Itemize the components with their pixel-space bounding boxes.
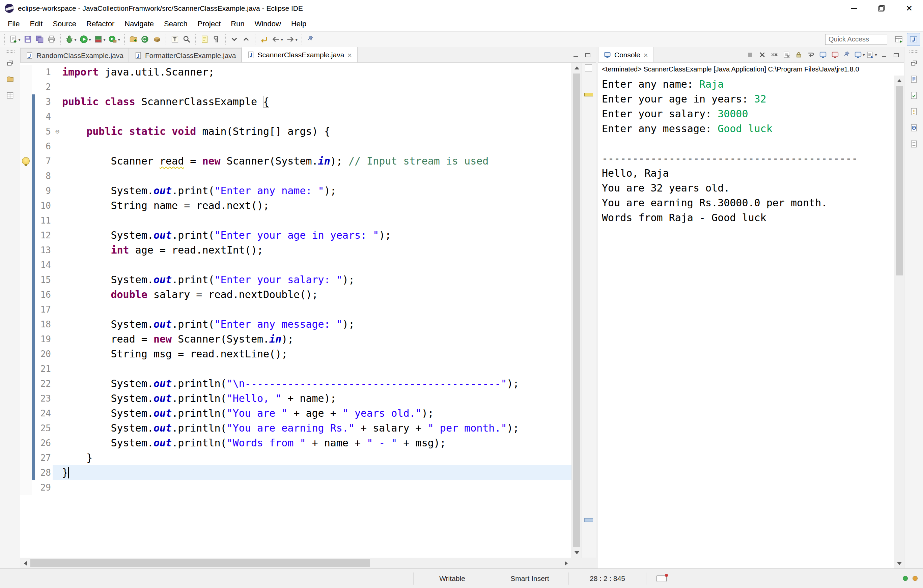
code-text[interactable]: String name = read.next(); [62, 198, 572, 213]
scrollbar-track[interactable] [30, 558, 561, 568]
scroll-left-button[interactable] [20, 558, 30, 568]
code-line-25[interactable]: 25 System.out.println("You are earning R… [20, 421, 572, 436]
code-text[interactable] [62, 302, 572, 317]
save-all-button[interactable] [34, 33, 46, 46]
type-hierarchy-view-button[interactable] [3, 89, 17, 102]
code-line-15[interactable]: 15 System.out.print("Enter your salary: … [20, 272, 572, 287]
code-text[interactable]: public static void main(String[] args) { [62, 124, 572, 139]
show-console-on-stderr-button[interactable] [829, 49, 841, 61]
cursorline-overview-marker[interactable] [584, 518, 593, 522]
scroll-right-button[interactable] [561, 558, 571, 568]
new-java-project-button[interactable] [128, 33, 139, 46]
menu-edit[interactable]: Edit [25, 16, 48, 31]
code-text[interactable]: } [62, 450, 572, 465]
restore-window-button[interactable] [868, 0, 895, 16]
maximize-pane-button[interactable] [584, 51, 592, 60]
code-line-19[interactable]: 19 read = new Scanner(System.in); [20, 332, 572, 347]
close-tab-icon[interactable] [643, 51, 648, 59]
minimize-pane-button[interactable] [572, 51, 580, 60]
package-explorer-view-button[interactable] [3, 73, 17, 85]
code-text[interactable]: double salary = read.nextDouble(); [62, 287, 572, 302]
run-external-tools-button[interactable] [107, 33, 122, 46]
remove-all-terminated-button[interactable] [769, 49, 780, 61]
code-line-16[interactable]: 16 double salary = read.nextDouble(); [20, 287, 572, 302]
restore-views-button[interactable] [907, 57, 921, 69]
editor-vertical-scrollbar[interactable] [572, 63, 581, 558]
annotation-header[interactable] [585, 64, 592, 72]
scroll-lock-button[interactable] [793, 49, 804, 61]
search-button[interactable] [181, 33, 193, 46]
show-console-on-stdout-button[interactable] [818, 49, 829, 61]
console-output[interactable]: Enter any name: RajaEnter your age in ye… [598, 75, 894, 568]
code-line-29[interactable]: 29 [20, 480, 572, 495]
scrollbar-track[interactable] [572, 73, 581, 547]
code-area[interactable]: 1import java.util.Scanner;23public class… [20, 63, 572, 558]
back-button[interactable] [270, 33, 284, 46]
scroll-up-button[interactable] [894, 75, 904, 86]
scroll-down-button[interactable] [572, 547, 581, 558]
code-line-23[interactable]: 23 System.out.println("Hello, " + name); [20, 391, 572, 406]
code-text[interactable]: System.out.print("Enter any name: "); [62, 183, 572, 198]
java-perspective-button[interactable] [907, 33, 920, 46]
code-line-10[interactable]: 10 String name = read.next(); [20, 198, 572, 213]
menu-refactor[interactable]: Refactor [81, 16, 120, 31]
forward-button[interactable] [284, 33, 299, 46]
debug-button[interactable] [63, 33, 78, 46]
drag-handle[interactable] [910, 50, 918, 53]
code-line-24[interactable]: 24 System.out.println("You are " + age +… [20, 406, 572, 421]
code-text[interactable]: int age = read.nextInt(); [62, 243, 572, 257]
close-tab-icon[interactable] [347, 51, 352, 59]
code-line-13[interactable]: 13 int age = read.nextInt(); [20, 243, 572, 257]
menu-file[interactable]: File [3, 16, 25, 31]
warning-overview-marker[interactable] [584, 93, 593, 97]
code-line-17[interactable]: 17 [20, 302, 572, 317]
open-perspective-button[interactable] [892, 33, 905, 46]
overview-ruler[interactable] [581, 63, 596, 558]
scroll-up-button[interactable] [572, 63, 581, 73]
code-text[interactable]: import java.util.Scanner; [62, 65, 572, 80]
code-line-12[interactable]: 12 System.out.print("Enter your age in y… [20, 228, 572, 243]
code-line-21[interactable]: 21 [20, 362, 572, 376]
new-java-package-button[interactable] [151, 33, 163, 46]
code-line-4[interactable]: 4 [20, 109, 572, 124]
warning-marker-icon[interactable] [22, 157, 30, 165]
code-text[interactable]: System.out.print("Enter your age in year… [62, 228, 572, 243]
clear-console-button[interactable] [781, 49, 792, 61]
drag-handle[interactable] [6, 50, 15, 53]
problems-view-button[interactable] [907, 105, 921, 118]
code-line-20[interactable]: 20 String msg = read.nextLine(); [20, 347, 572, 362]
code-text[interactable]: public class ScannerClassExample { [62, 94, 572, 109]
code-line-28[interactable]: 28} [20, 465, 572, 480]
menu-project[interactable]: Project [193, 16, 226, 31]
print-button[interactable] [46, 33, 57, 46]
code-line-27[interactable]: 27 } [20, 450, 572, 465]
code-line-1[interactable]: 1import java.util.Scanner; [20, 65, 572, 80]
code-text[interactable]: String msg = read.nextLine(); [62, 347, 572, 362]
editor-horizontal-scrollbar[interactable] [20, 558, 596, 568]
code-line-7[interactable]: 7 Scanner read = new Scanner(System.in);… [20, 154, 572, 169]
javadoc-view-button[interactable] [907, 122, 921, 134]
minimize-pane-button[interactable] [880, 51, 889, 60]
code-text[interactable]: System.out.println("You are " + age + " … [62, 406, 572, 421]
code-line-8[interactable]: 8 [20, 169, 572, 183]
notifications-icon[interactable] [913, 576, 918, 581]
tab-scannerclassexample-java[interactable]: ScannerClassExample.java [241, 47, 358, 62]
show-whitespace-button[interactable] [210, 33, 222, 46]
code-text[interactable]: System.out.print("Enter any message: "); [62, 317, 572, 332]
new-wizard-button[interactable] [7, 33, 22, 46]
menu-window[interactable]: Window [250, 16, 286, 31]
code-line-6[interactable]: 6 [20, 139, 572, 154]
scroll-down-button[interactable] [894, 559, 904, 568]
code-line-5[interactable]: 5 public static void main(String[] args)… [20, 124, 572, 139]
declaration-view-button[interactable] [907, 138, 921, 150]
background-jobs-icon[interactable] [903, 576, 908, 581]
code-text[interactable] [62, 257, 572, 272]
open-type-button[interactable] [169, 33, 181, 46]
code-line-18[interactable]: 18 System.out.print("Enter any message: … [20, 317, 572, 332]
code-text[interactable]: System.out.print("Enter your salary: "); [62, 272, 572, 287]
code-text[interactable] [62, 362, 572, 376]
save-button[interactable] [22, 33, 34, 46]
close-window-button[interactable] [895, 0, 923, 16]
menu-help[interactable]: Help [286, 16, 311, 31]
code-text[interactable] [62, 139, 572, 154]
